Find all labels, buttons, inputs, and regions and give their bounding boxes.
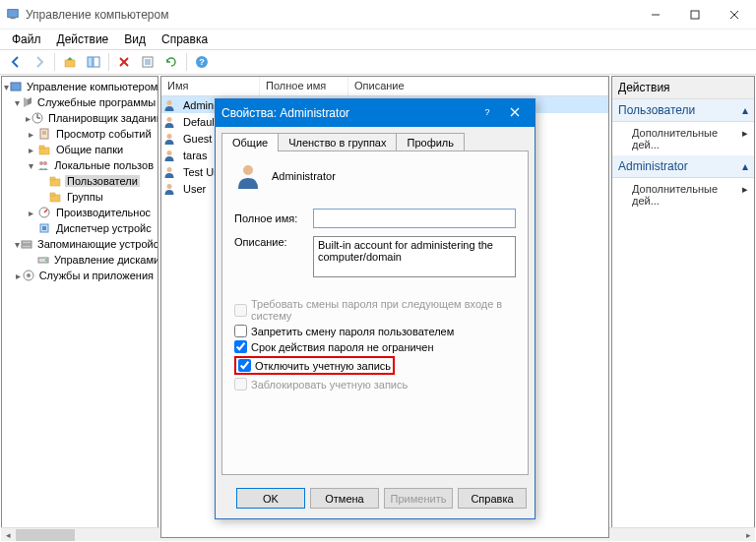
- tab-memberof[interactable]: Членство в группах: [278, 133, 397, 151]
- svg-point-41: [27, 273, 31, 277]
- tab-general[interactable]: Общие: [221, 133, 279, 151]
- window-title: Управление компьютером: [24, 8, 636, 22]
- tree-scrollbar-h[interactable]: ◂▸: [1, 527, 158, 538]
- dialog-help-button[interactable]: ?: [473, 106, 501, 120]
- actions-more-users[interactable]: Дополнительные дей...▸: [612, 122, 754, 155]
- svg-rect-8: [94, 57, 99, 67]
- apply-button[interactable]: Применить: [384, 488, 453, 509]
- menubar: Файл Действие Вид Справка: [0, 30, 756, 49]
- svg-point-27: [43, 161, 47, 165]
- maximize-button[interactable]: [675, 1, 715, 29]
- user-icon: [161, 182, 177, 196]
- user-icon: [234, 161, 262, 191]
- tree-devmgr[interactable]: Диспетчер устройс: [4, 220, 156, 236]
- svg-point-43: [167, 117, 172, 122]
- dialog-close-button[interactable]: [501, 106, 529, 120]
- up-button[interactable]: [59, 51, 81, 73]
- fullname-input[interactable]: [313, 209, 516, 228]
- chk-cannot-change-row[interactable]: Запретить смену пароля пользователем: [234, 325, 516, 337]
- tab-profile[interactable]: Профиль: [396, 133, 465, 151]
- dialog-title: Свойства: Administrator: [221, 106, 473, 120]
- svg-point-26: [39, 161, 43, 165]
- col-desc[interactable]: Описание: [348, 77, 608, 95]
- user-icon: [161, 132, 177, 146]
- col-name[interactable]: Имя: [161, 77, 260, 95]
- chk-disabled-row[interactable]: Отключить учетную запись: [238, 359, 391, 372]
- collapse-icon: ▴: [742, 103, 748, 117]
- minimize-button[interactable]: [636, 1, 675, 29]
- properties-dialog: Свойства: Administrator ? Общие Членство…: [215, 98, 536, 519]
- svg-point-45: [167, 151, 172, 155]
- actions-pane: Действия Пользователи▴ Дополнительные де…: [611, 76, 755, 538]
- actions-more-admin[interactable]: Дополнительные дей...▸: [612, 178, 754, 211]
- back-button[interactable]: [5, 51, 27, 73]
- tree-root[interactable]: ▾Управление компьютером (л: [4, 79, 156, 94]
- svg-rect-6: [65, 60, 75, 67]
- dialog-titlebar[interactable]: Свойства: Administrator ?: [216, 99, 535, 127]
- actions-section-admin[interactable]: Administrator▴: [612, 155, 754, 178]
- window-titlebar: Управление компьютером: [0, 0, 756, 30]
- tree-localusers[interactable]: ▾Локальные пользов: [4, 157, 156, 173]
- help-button[interactable]: ?: [191, 51, 213, 73]
- tree-servapp[interactable]: ▸Службы и приложения: [4, 268, 156, 283]
- cancel-button[interactable]: Отмена: [310, 488, 379, 509]
- properties-button[interactable]: [137, 51, 158, 73]
- close-button[interactable]: [715, 1, 754, 29]
- chk-locked-row: Заблокировать учетную запись: [234, 378, 516, 391]
- menu-view[interactable]: Вид: [116, 30, 154, 48]
- user-icon: [161, 149, 177, 162]
- tree-diskmgmt[interactable]: Управление дисками: [4, 252, 156, 268]
- nav-tree: ▾Управление компьютером (л ▾Служебные пр…: [2, 77, 158, 285]
- dialog-buttons: OK Отмена Применить Справка: [216, 482, 535, 518]
- description-input[interactable]: [313, 236, 516, 277]
- dlg-help-button[interactable]: Справка: [458, 488, 527, 509]
- chk-must-change: [234, 304, 247, 317]
- chk-never-expires-row[interactable]: Срок действия пароля не ограничен: [234, 340, 516, 353]
- highlight-disable-account: Отключить учетную запись: [234, 356, 395, 375]
- svg-rect-0: [8, 9, 19, 17]
- svg-point-44: [167, 134, 172, 139]
- tree-groups[interactable]: Группы: [4, 189, 156, 205]
- menu-help[interactable]: Справка: [154, 30, 216, 48]
- tree-pane: ▾Управление компьютером (л ▾Служебные пр…: [1, 76, 158, 538]
- fullname-label: Полное имя:: [234, 212, 313, 224]
- svg-rect-7: [88, 57, 93, 67]
- tree-servprog[interactable]: ▾Служебные программы: [4, 94, 156, 110]
- forward-button[interactable]: [29, 51, 50, 73]
- tree-eventviewer[interactable]: ▸Просмотр событий: [4, 126, 156, 142]
- svg-rect-37: [22, 245, 32, 248]
- svg-rect-17: [11, 83, 21, 90]
- chk-never-expires[interactable]: [234, 340, 247, 353]
- svg-point-39: [45, 260, 47, 262]
- svg-text:?: ?: [484, 107, 489, 117]
- svg-point-51: [243, 165, 253, 175]
- tree-sharedfolders[interactable]: ▸Общие папки: [4, 142, 156, 157]
- tree-perf[interactable]: ▸Производительнос: [4, 205, 156, 220]
- refresh-button[interactable]: [160, 51, 182, 73]
- svg-rect-25: [39, 146, 44, 149]
- username-label: Administrator: [272, 170, 336, 182]
- show-hide-button[interactable]: [83, 51, 104, 73]
- svg-point-46: [167, 167, 172, 172]
- tree-scheduler[interactable]: ▸Планировщик заданий: [4, 110, 156, 126]
- app-icon: [6, 7, 20, 23]
- delete-button[interactable]: [113, 51, 135, 73]
- chk-account-disabled[interactable]: [238, 359, 251, 372]
- menu-action[interactable]: Действие: [49, 30, 117, 48]
- chevron-right-icon: ▸: [742, 183, 748, 207]
- tree-storage[interactable]: ▾Запоминающие устройст: [4, 236, 156, 252]
- svg-point-47: [167, 184, 172, 189]
- menu-file[interactable]: Файл: [4, 30, 49, 48]
- col-fullname[interactable]: Полное имя: [260, 77, 348, 95]
- toolbar: ?: [0, 49, 756, 75]
- svg-rect-36: [22, 241, 32, 244]
- svg-line-33: [44, 210, 47, 212]
- actions-section-users[interactable]: Пользователи▴: [612, 99, 754, 122]
- dialog-tabs: Общие Членство в группах Профиль: [221, 133, 529, 151]
- ok-button[interactable]: OK: [236, 488, 305, 509]
- svg-rect-1: [10, 17, 15, 19]
- chk-cannot-change[interactable]: [234, 325, 247, 337]
- tree-users[interactable]: Пользователи: [4, 173, 156, 189]
- svg-rect-35: [42, 226, 46, 230]
- list-header: Имя Полное имя Описание: [161, 77, 608, 96]
